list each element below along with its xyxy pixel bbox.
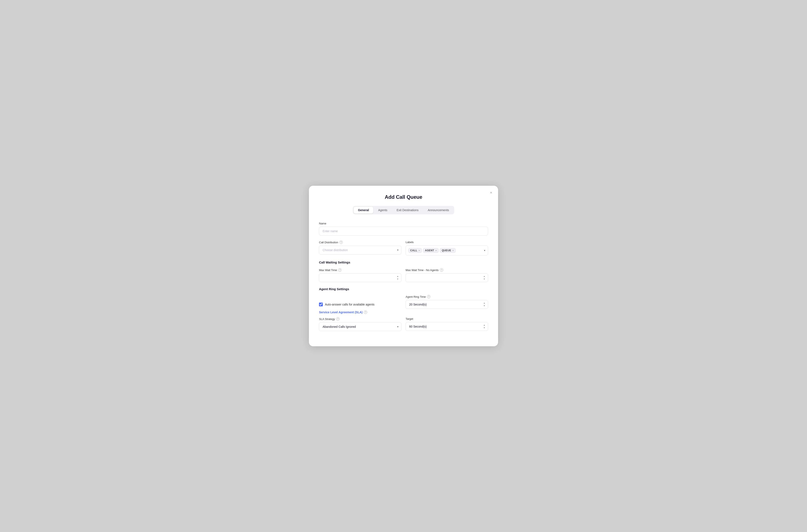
- max-wait-time-down-button[interactable]: ▼: [396, 278, 399, 280]
- labels-dropdown-arrow-icon: ▾: [484, 249, 485, 252]
- agent-ring-time-down-button[interactable]: ▼: [483, 305, 486, 307]
- max-wait-time-input[interactable]: [319, 273, 401, 282]
- max-wait-time-help-icon[interactable]: ?: [338, 268, 341, 272]
- max-wait-time-spinner-wrapper: ▲ ▼: [319, 273, 401, 282]
- max-wait-time-no-agents-input[interactable]: [406, 273, 488, 282]
- label-tag-queue: QUEUE ×: [440, 248, 456, 253]
- tab-exit-destinations[interactable]: Exit Destinations: [392, 207, 423, 213]
- remove-agent-tag-button[interactable]: ×: [435, 249, 437, 252]
- labels-group: Labels CALL × AGENT × QUEUE × ▾: [406, 241, 488, 255]
- agent-ring-time-col: Agent Ring Time ? ▲ ▼: [406, 295, 488, 309]
- tab-agents[interactable]: Agents: [374, 207, 392, 213]
- modal-overlay: × Add Call Queue General Agents Exit Des…: [0, 0, 807, 532]
- agent-ring-time-up-button[interactable]: ▲: [483, 302, 486, 304]
- agent-ring-section: Agent Ring Settings Auto-answer calls fo…: [319, 287, 488, 309]
- max-wait-time-up-button[interactable]: ▲: [396, 275, 399, 278]
- modal-container: × Add Call Queue General Agents Exit Des…: [309, 186, 498, 346]
- call-waiting-section-label: Call Waiting Settings: [319, 261, 488, 264]
- label-tag-call: CALL ×: [408, 248, 422, 253]
- sla-target-input[interactable]: [406, 322, 488, 331]
- tab-general[interactable]: General: [354, 207, 373, 213]
- close-button[interactable]: ×: [489, 190, 493, 195]
- sla-strategy-select[interactable]: Abandoned Calls Ignored Abandoned Calls …: [319, 322, 401, 331]
- agent-ring-section-label: Agent Ring Settings: [319, 287, 488, 291]
- call-distribution-select[interactable]: Choose distribution Round Robin Sequenti…: [319, 246, 401, 254]
- max-wait-time-no-agents-group: Max Wait Time - No Agents ? ▲ ▼: [406, 268, 488, 282]
- max-wait-time-label: Max Wait Time ?: [319, 268, 401, 272]
- auto-answer-row: Auto-answer calls for available agents: [319, 303, 401, 306]
- sla-target-group: Target ▲ ▼: [406, 317, 488, 331]
- sla-target-spinners: ▲ ▼: [483, 324, 486, 329]
- remove-queue-tag-button[interactable]: ×: [452, 249, 454, 252]
- labels-label: Labels: [406, 241, 488, 244]
- sla-target-up-button[interactable]: ▲: [483, 324, 486, 326]
- wait-time-row: Max Wait Time ? ▲ ▼ Max Wait Time - N: [319, 268, 488, 282]
- sla-row: SLA Strategy ? Abandoned Calls Ignored A…: [319, 317, 488, 331]
- tab-announcements[interactable]: Announcements: [424, 207, 453, 213]
- call-distribution-help-icon[interactable]: ?: [339, 241, 343, 244]
- name-input[interactable]: [319, 227, 488, 235]
- max-wait-time-group: Max Wait Time ? ▲ ▼: [319, 268, 401, 282]
- call-distribution-group: Call Distribution ? Choose distribution …: [319, 241, 401, 255]
- auto-answer-col: Auto-answer calls for available agents: [319, 295, 401, 306]
- sla-strategy-select-wrapper: Abandoned Calls Ignored Abandoned Calls …: [319, 322, 401, 331]
- max-wait-time-no-agents-spinner-wrapper: ▲ ▼: [406, 273, 488, 282]
- name-label: Name: [319, 222, 488, 225]
- max-wait-time-spinners: ▲ ▼: [396, 275, 399, 280]
- auto-answer-checkbox[interactable]: [319, 303, 323, 306]
- call-waiting-section: Call Waiting Settings Max Wait Time ? ▲ …: [319, 261, 488, 282]
- agent-ring-time-label: Agent Ring Time ?: [406, 295, 488, 298]
- modal-title: Add Call Queue: [319, 194, 488, 200]
- label-tag-agent: AGENT ×: [423, 248, 438, 253]
- sla-target-spinner-wrapper: ▲ ▼: [406, 322, 488, 331]
- labels-field[interactable]: CALL × AGENT × QUEUE × ▾: [406, 245, 488, 255]
- agent-ring-layout: Auto-answer calls for available agents A…: [319, 295, 488, 309]
- tab-bar: General Agents Exit Destinations Announc…: [353, 206, 454, 214]
- sla-section-label: Service Level Agreement (SLA) ?: [319, 310, 488, 314]
- call-distribution-select-wrapper: Choose distribution Round Robin Sequenti…: [319, 246, 401, 254]
- max-wait-time-no-agents-up-button[interactable]: ▲: [483, 275, 486, 278]
- max-wait-time-no-agents-down-button[interactable]: ▼: [483, 278, 486, 280]
- sla-help-icon[interactable]: ?: [364, 310, 367, 314]
- distribution-labels-row: Call Distribution ? Choose distribution …: [319, 241, 488, 255]
- max-wait-time-no-agents-help-icon[interactable]: ?: [440, 268, 443, 272]
- call-distribution-label: Call Distribution ?: [319, 241, 401, 244]
- sla-strategy-group: SLA Strategy ? Abandoned Calls Ignored A…: [319, 317, 401, 331]
- remove-call-tag-button[interactable]: ×: [418, 249, 420, 252]
- agent-ring-time-spinner-wrapper: ▲ ▼: [406, 300, 488, 309]
- sla-strategy-help-icon[interactable]: ?: [336, 317, 340, 321]
- agent-ring-time-spinners: ▲ ▼: [483, 302, 486, 307]
- auto-answer-label[interactable]: Auto-answer calls for available agents: [325, 303, 375, 306]
- agent-ring-time-help-icon[interactable]: ?: [427, 295, 430, 298]
- max-wait-time-no-agents-label: Max Wait Time - No Agents ?: [406, 268, 488, 272]
- sla-strategy-label: SLA Strategy ?: [319, 317, 401, 321]
- sla-section: Service Level Agreement (SLA) ? SLA Stra…: [319, 310, 488, 331]
- name-group: Name: [319, 222, 488, 235]
- max-wait-time-no-agents-spinners: ▲ ▼: [483, 275, 486, 280]
- agent-ring-time-input[interactable]: [406, 300, 488, 309]
- sla-target-label: Target: [406, 317, 488, 320]
- sla-target-down-button[interactable]: ▼: [483, 327, 486, 329]
